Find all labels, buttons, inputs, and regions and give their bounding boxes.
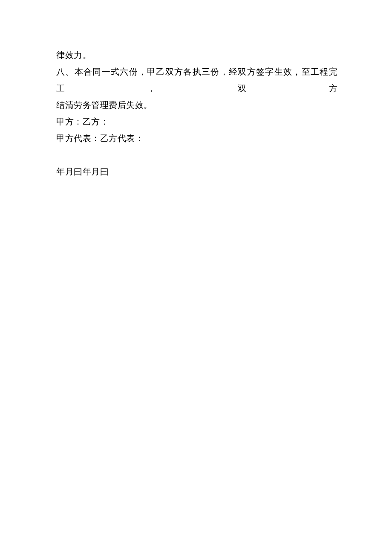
document-page: 律效力。 八、本合同一式六份，甲乙双方各执三份，经双方签字生效，至工程完工，双方… xyxy=(0,0,392,180)
party-representative-line: 甲方代表：乙方代表： xyxy=(56,130,337,147)
paragraph-line: 律效力。 xyxy=(56,47,337,64)
paragraph-line: 结清劳务管理费后失效。 xyxy=(56,97,337,113)
date-line: 年月曰年月曰 xyxy=(56,163,337,180)
blank-line xyxy=(56,147,337,163)
party-line: 甲方：乙方： xyxy=(56,113,337,130)
paragraph-line: 八、本合同一式六份，甲乙双方各执三份，经双方签字生效，至工程完工，双方 xyxy=(56,64,337,97)
